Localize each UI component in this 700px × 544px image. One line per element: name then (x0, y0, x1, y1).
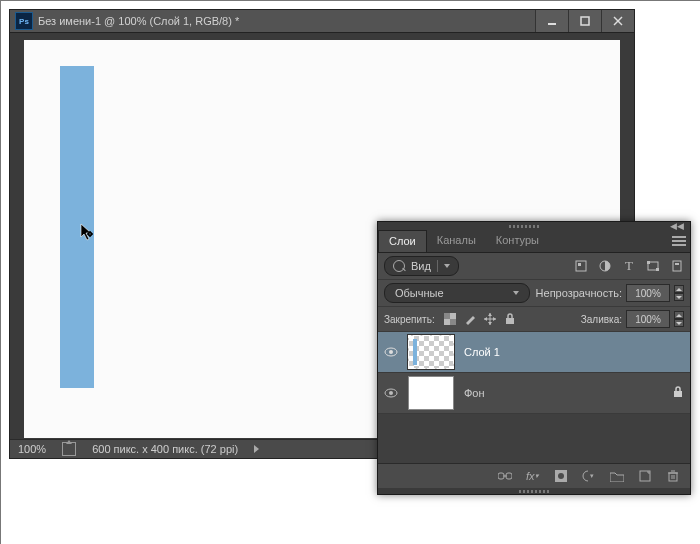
layer-name[interactable]: Слой 1 (464, 346, 500, 358)
filter-kind-label: Вид (411, 260, 431, 272)
layers-panel: ◀◀ Слои Каналы Контуры Вид T Обычные (377, 221, 691, 495)
tab-paths[interactable]: Контуры (486, 230, 549, 252)
panel-resize-grip[interactable] (378, 488, 690, 494)
close-button[interactable] (601, 10, 634, 32)
new-layer-icon[interactable] (638, 469, 652, 483)
svg-marker-27 (488, 313, 492, 316)
filter-shape-icon[interactable] (646, 259, 660, 273)
export-icon[interactable] (62, 442, 76, 456)
lock-all-icon[interactable] (503, 312, 517, 326)
svg-rect-15 (578, 263, 581, 266)
panel-footer: fx▾ ▾ (378, 463, 690, 488)
lock-label: Закрепить: (384, 314, 435, 325)
svg-marker-30 (493, 317, 496, 321)
fill-stepper[interactable] (674, 311, 684, 327)
panel-menu-icon[interactable] (668, 230, 690, 252)
mask-icon[interactable] (554, 469, 568, 483)
svg-rect-31 (506, 318, 514, 324)
fill-label: Заливка: (581, 314, 622, 325)
maximize-button[interactable] (568, 10, 601, 32)
svg-rect-1 (581, 17, 589, 25)
filter-type-icon[interactable]: T (622, 259, 636, 273)
svg-rect-19 (656, 268, 659, 271)
search-icon (393, 260, 405, 272)
layer-list-empty (378, 414, 690, 463)
tab-channels[interactable]: Каналы (427, 230, 486, 252)
svg-rect-11 (672, 236, 686, 238)
layer-row[interactable]: Слой 1 (378, 332, 690, 373)
blend-mode-select[interactable]: Обычные (384, 283, 530, 303)
panel-grip[interactable]: ◀◀ (378, 222, 690, 230)
group-icon[interactable] (610, 469, 624, 483)
panel-tabs: Слои Каналы Контуры (378, 230, 690, 253)
svg-marker-28 (488, 322, 492, 325)
lock-pixels-icon[interactable] (463, 312, 477, 326)
tab-layers[interactable]: Слои (378, 230, 427, 252)
layer-row[interactable]: Фон (378, 373, 690, 414)
minimize-button[interactable] (535, 10, 568, 32)
chevron-down-icon (444, 264, 450, 268)
trash-icon[interactable] (666, 469, 680, 483)
layer-list: Слой 1 Фон (378, 332, 690, 463)
filter-adjustment-icon[interactable] (598, 259, 612, 273)
visibility-toggle-icon[interactable] (384, 345, 398, 359)
svg-point-35 (389, 391, 393, 395)
zoom-level[interactable]: 100% (18, 443, 46, 455)
svg-rect-0 (548, 23, 556, 25)
svg-rect-18 (647, 261, 650, 264)
layer-filter-kind[interactable]: Вид (384, 256, 459, 276)
svg-rect-44 (669, 473, 677, 481)
lock-position-icon[interactable] (483, 312, 497, 326)
info-arrow-icon[interactable] (254, 445, 259, 453)
svg-rect-21 (675, 263, 679, 265)
svg-rect-20 (673, 261, 681, 271)
opacity-input[interactable]: 100% (626, 284, 670, 302)
fill-input[interactable]: 100% (626, 310, 670, 328)
svg-rect-13 (672, 244, 686, 246)
svg-point-33 (389, 350, 393, 354)
layer-thumbnail[interactable] (408, 376, 454, 410)
opacity-stepper[interactable] (674, 285, 684, 301)
svg-rect-24 (450, 319, 456, 325)
shape-rectangle[interactable] (60, 66, 94, 388)
filter-pixel-icon[interactable] (574, 259, 588, 273)
link-layers-icon[interactable] (498, 469, 512, 483)
opacity-label: Непрозрачность: (536, 287, 622, 299)
layer-name[interactable]: Фон (464, 387, 485, 399)
fx-icon[interactable]: fx▾ (526, 469, 540, 483)
chevron-down-icon (513, 291, 519, 295)
window-title: Без имени-1 @ 100% (Слой 1, RGB/8) * (38, 15, 535, 27)
svg-rect-12 (672, 240, 686, 242)
visibility-toggle-icon[interactable] (384, 386, 398, 400)
adjustment-icon[interactable]: ▾ (582, 469, 596, 483)
blend-mode-label: Обычные (395, 287, 444, 299)
lock-icon[interactable] (672, 386, 684, 400)
titlebar[interactable]: Ps Без имени-1 @ 100% (Слой 1, RGB/8) * (10, 10, 634, 33)
svg-rect-36 (674, 391, 682, 397)
layer-thumbnail[interactable] (408, 335, 454, 369)
svg-rect-23 (444, 313, 450, 319)
svg-point-41 (558, 473, 564, 479)
svg-marker-29 (484, 317, 487, 321)
app-icon: Ps (15, 12, 33, 30)
doc-info: 600 пикс. x 400 пикс. (72 ppi) (92, 443, 238, 455)
lock-transparency-icon[interactable] (443, 312, 457, 326)
filter-smart-icon[interactable] (670, 259, 684, 273)
